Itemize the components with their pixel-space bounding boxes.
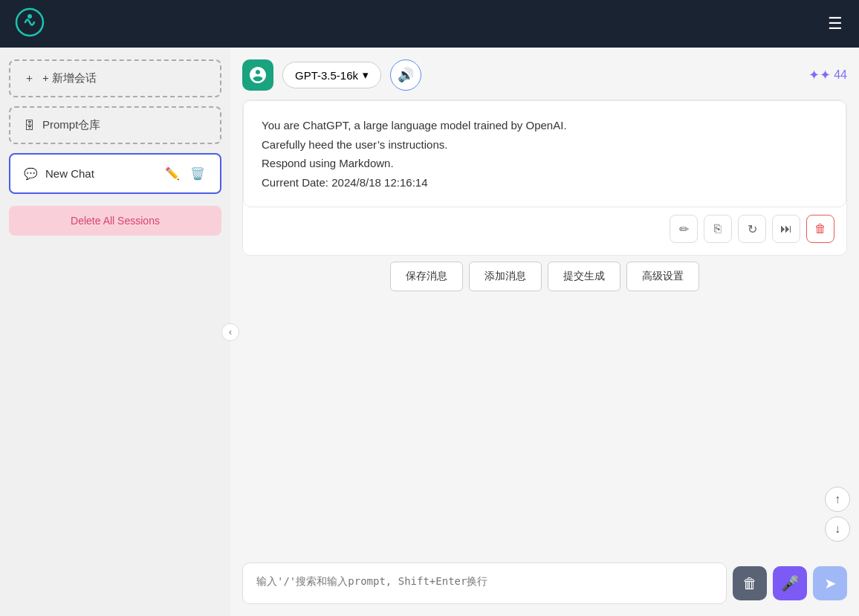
chat-header: GPT-3.5-16k ▾ 🔊 ✦✦ 44 — [242, 59, 847, 91]
gpt-logo — [242, 59, 273, 91]
new-chat-label: + 新增会话 — [42, 71, 97, 85]
top-navigation: ☰ — [0, 0, 859, 48]
app-logo — [15, 7, 45, 40]
mic-icon: 🎤 — [781, 574, 800, 592]
scroll-up-button[interactable]: ↑ — [825, 487, 850, 512]
add-message-label: 添加消息 — [484, 270, 526, 282]
save-message-button[interactable]: 保存消息 — [390, 262, 463, 291]
sidebar: ＋ + 新增会话 🗄 Prompt仓库 💬 New Chat ✏️ 🗑️ Del… — [0, 48, 230, 616]
sparkle-icon: ✦✦ — [808, 67, 831, 83]
new-chat-button[interactable]: ＋ + 新增会话 — [9, 59, 221, 97]
system-prompt-container: You are ChatGPT, a large language model … — [242, 100, 847, 256]
menu-icon[interactable]: ☰ — [828, 14, 844, 33]
chat-bubble-icon: 💬 — [24, 167, 38, 181]
input-area: 🗑 🎤 ➤ — [242, 554, 847, 616]
card-actions: ✏ ⎘ ↻ ⏭ 🗑 — [243, 207, 846, 255]
token-number: 44 — [834, 68, 847, 82]
advanced-settings-label: 高级设置 — [642, 270, 684, 282]
clear-input-button[interactable]: 🗑 — [733, 566, 767, 600]
edit-prompt-button[interactable]: ✏ — [670, 215, 698, 243]
chat-input[interactable] — [242, 562, 727, 604]
chat-messages — [242, 297, 847, 554]
chevron-left-icon: ‹ — [229, 327, 232, 337]
add-message-button[interactable]: 添加消息 — [469, 262, 542, 291]
svg-point-1 — [27, 14, 32, 19]
database-icon: 🗄 — [24, 119, 35, 132]
model-label: GPT-3.5-16k — [295, 69, 358, 82]
edit-chat-button[interactable]: ✏️ — [163, 165, 181, 182]
submit-generate-button[interactable]: 提交生成 — [548, 262, 620, 291]
scroll-down-button[interactable]: ↓ — [825, 516, 850, 542]
prompt-store-label: Prompt仓库 — [42, 118, 100, 132]
system-prompt-card: You are ChatGPT, a large language model … — [243, 100, 846, 207]
plus-icon: ＋ — [24, 71, 35, 85]
sidebar-collapse-button[interactable]: ‹ — [221, 323, 239, 341]
sound-button[interactable]: 🔊 — [390, 59, 421, 91]
delete-prompt-button[interactable]: 🗑 — [806, 215, 834, 243]
chevron-down-icon: ▾ — [363, 68, 369, 82]
model-selector[interactable]: GPT-3.5-16k ▾ — [282, 62, 381, 88]
microphone-button[interactable]: 🎤 — [773, 566, 807, 600]
fast-forward-button[interactable]: ⏭ — [772, 215, 800, 243]
chat-area: GPT-3.5-16k ▾ 🔊 ✦✦ 44 You are ChatGPT, a… — [230, 48, 859, 616]
send-icon: ➤ — [824, 574, 837, 592]
chat-item-label: New Chat — [45, 167, 94, 180]
submit-generate-label: 提交生成 — [563, 270, 605, 282]
sound-icon: 🔊 — [398, 67, 414, 83]
refresh-prompt-button[interactable]: ↻ — [738, 215, 766, 243]
prompt-line-2: Carefully heed the user’s instructions. — [262, 135, 828, 155]
chat-list-item[interactable]: 💬 New Chat ✏️ 🗑️ — [9, 153, 221, 194]
action-bar: 保存消息 添加消息 提交生成 高级设置 — [242, 256, 847, 297]
send-button[interactable]: ➤ — [813, 566, 847, 600]
token-count: ✦✦ 44 — [808, 67, 847, 83]
prompt-store-button[interactable]: 🗄 Prompt仓库 — [9, 106, 221, 144]
trash-icon: 🗑 — [742, 575, 757, 592]
prompt-line-1: You are ChatGPT, a large language model … — [262, 116, 828, 135]
prompt-line-3: Respond using Markdown. — [262, 154, 828, 173]
scroll-controls: ↑ ↓ — [825, 487, 850, 542]
delete-all-sessions-button[interactable]: Delete All Sessions — [9, 206, 221, 236]
advanced-settings-button[interactable]: 高级设置 — [626, 262, 699, 291]
copy-prompt-button[interactable]: ⎘ — [704, 215, 732, 243]
prompt-line-4: Current Date: 2024/8/18 12:16:14 — [262, 173, 828, 192]
save-message-label: 保存消息 — [406, 270, 447, 282]
delete-chat-button[interactable]: 🗑️ — [189, 165, 207, 182]
